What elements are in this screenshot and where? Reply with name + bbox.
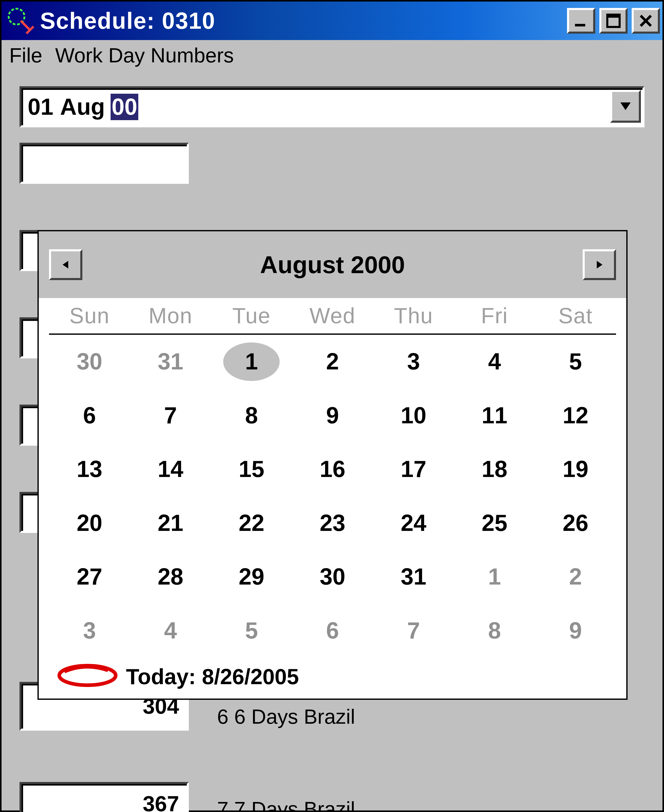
schedule-window: Schedule: 0310 File Work Day Numbers 01 …: [0, 0, 664, 812]
calendar-day[interactable]: 20: [49, 510, 130, 536]
calendar-dow-row: Sun Mon Tue Wed Thu Fri Sat: [49, 303, 616, 335]
svg-marker-9: [63, 261, 68, 269]
calendar-week: 272829303112: [49, 550, 616, 604]
svg-rect-3: [575, 24, 585, 26]
calendar-popup: August 2000 Sun Mon Tue Wed Thu Fri Sat …: [37, 230, 628, 700]
calendar-week: 13141516171819: [49, 442, 616, 496]
calendar-day[interactable]: 9: [292, 402, 373, 429]
calendar-day[interactable]: 16: [292, 456, 373, 483]
dow-mon: Mon: [130, 303, 211, 328]
row-value-367: 367: [143, 791, 179, 812]
calendar-day[interactable]: 31: [373, 564, 454, 590]
calendar-day[interactable]: 1: [211, 348, 292, 375]
date-year[interactable]: 00: [111, 94, 138, 120]
date-combo[interactable]: 01 Aug 00: [20, 86, 644, 127]
dow-fri: Fri: [454, 303, 535, 328]
minimize-button[interactable]: [567, 8, 595, 34]
calendar-day[interactable]: 19: [535, 456, 616, 483]
menu-workday-numbers[interactable]: Work Day Numbers: [55, 44, 234, 67]
calendar-day[interactable]: 6: [49, 402, 130, 429]
calendar-day[interactable]: 12: [535, 402, 616, 429]
calendar-title[interactable]: August 2000: [260, 251, 405, 279]
calendar-day[interactable]: 9: [535, 617, 616, 644]
menubar: File Work Day Numbers: [2, 40, 662, 71]
calendar-day[interactable]: 5: [535, 348, 616, 375]
calendar-today-label: Today: 8/26/2005: [126, 664, 299, 689]
dow-sun: Sun: [49, 303, 130, 328]
calendar-day[interactable]: 26: [535, 510, 616, 536]
client-area: 01 Aug 00 304 6 6 Days Brazil: [2, 71, 662, 810]
calendar-week: 6789101112: [49, 389, 616, 443]
close-button[interactable]: [631, 8, 660, 34]
calendar-day[interactable]: 8: [211, 402, 292, 429]
calendar-week: 20212223242526: [49, 496, 616, 550]
calendar-day[interactable]: 11: [454, 402, 535, 429]
calendar-day[interactable]: 23: [292, 510, 373, 536]
calendar-day[interactable]: 7: [130, 402, 211, 429]
calendar-day[interactable]: 13: [49, 456, 130, 483]
calendar-day[interactable]: 4: [130, 617, 211, 644]
calendar-week: 303112345: [49, 335, 616, 389]
calendar-day[interactable]: 22: [211, 510, 292, 536]
calendar-day[interactable]: 2: [535, 564, 616, 590]
today-circle-icon: [54, 660, 121, 693]
dow-wed: Wed: [292, 303, 373, 328]
date-dropdown-button[interactable]: [610, 90, 641, 123]
calendar-day[interactable]: 5: [211, 617, 292, 644]
calendar-day[interactable]: 3: [373, 348, 454, 375]
calendar-day[interactable]: 28: [130, 564, 211, 590]
calendar-day[interactable]: 14: [130, 456, 211, 483]
calendar-day[interactable]: 3: [49, 617, 130, 644]
calendar-day[interactable]: 6: [292, 617, 373, 644]
calendar-day[interactable]: 17: [373, 456, 454, 483]
calendar-day[interactable]: 18: [454, 456, 535, 483]
row-input-367[interactable]: 367: [20, 782, 189, 812]
menu-file[interactable]: File: [9, 44, 42, 67]
date-day[interactable]: 01: [27, 94, 54, 120]
calendar-day[interactable]: 27: [49, 564, 130, 590]
calendar-grid: 3031123456789101112131415161718192021222…: [49, 335, 616, 657]
calendar-day[interactable]: 31: [130, 348, 211, 375]
calendar-day[interactable]: 15: [211, 456, 292, 483]
calendar-day[interactable]: 24: [373, 510, 454, 536]
calendar-header: August 2000: [39, 231, 626, 298]
calendar-day[interactable]: 30: [49, 348, 130, 375]
window-title: Schedule: 0310: [40, 8, 567, 34]
calendar-next-button[interactable]: [583, 249, 616, 280]
maximize-button[interactable]: [599, 8, 628, 34]
row-label-7days: 7 7 Days Brazil: [217, 797, 355, 812]
date-month[interactable]: Aug: [59, 94, 106, 120]
calendar-day[interactable]: 1: [454, 564, 535, 590]
svg-marker-8: [620, 103, 631, 110]
svg-marker-10: [597, 261, 602, 269]
calendar-prev-button[interactable]: [49, 249, 82, 280]
app-icon: [7, 7, 35, 35]
calendar-day[interactable]: 2: [292, 348, 373, 375]
row-label-6days: 6 6 Days Brazil: [217, 705, 355, 729]
calendar-day[interactable]: 8: [454, 617, 535, 644]
calendar-day[interactable]: 25: [454, 510, 535, 536]
calendar-day[interactable]: 4: [454, 348, 535, 375]
calendar-day[interactable]: 10: [373, 402, 454, 429]
calendar-day[interactable]: 30: [292, 564, 373, 590]
svg-rect-5: [607, 15, 620, 18]
dow-thu: Thu: [373, 303, 454, 328]
row-input-1[interactable]: [20, 143, 189, 184]
calendar-week: 3456789: [49, 604, 616, 658]
calendar-day[interactable]: 21: [130, 510, 211, 536]
dow-tue: Tue: [211, 303, 292, 328]
calendar-day[interactable]: 7: [373, 617, 454, 644]
calendar-day[interactable]: 29: [211, 564, 292, 590]
dow-sat: Sat: [535, 303, 616, 328]
titlebar: Schedule: 0310: [2, 2, 662, 40]
calendar-today-row[interactable]: Today: 8/26/2005: [49, 657, 616, 696]
